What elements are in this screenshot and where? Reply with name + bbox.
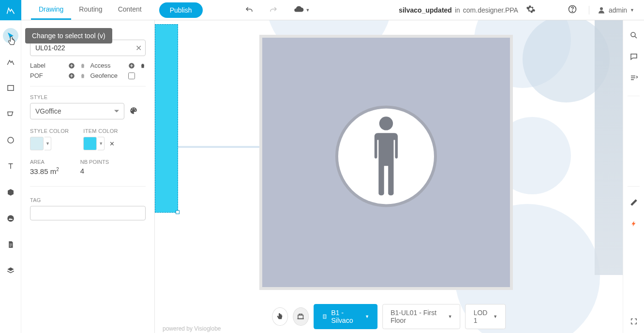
area-value: 33.85 m2 <box>30 167 59 175</box>
svg-rect-15 <box>323 315 326 319</box>
snap-tool-icon[interactable] <box>293 307 309 326</box>
svg-point-9 <box>131 110 132 111</box>
delete-label-icon[interactable] <box>80 62 86 69</box>
select-tool-icon[interactable] <box>3 28 18 43</box>
svg-rect-14 <box>298 315 303 319</box>
circle-tool-icon[interactable] <box>3 132 18 148</box>
item-color-swatch[interactable] <box>83 137 97 150</box>
room-shape[interactable] <box>259 35 513 290</box>
svg-point-10 <box>133 108 134 109</box>
project-label: silvaco_updated in com.designer.PPA <box>399 6 518 14</box>
svg-rect-3 <box>8 86 14 91</box>
image-tool-icon[interactable] <box>3 211 18 226</box>
history-tools: ▼ <box>244 6 310 14</box>
right-rail <box>623 20 644 333</box>
style-select[interactable]: VGoffice <box>30 103 124 119</box>
publish-button[interactable]: Publish <box>159 2 203 18</box>
svg-point-1 <box>572 11 572 12</box>
line-tool-icon[interactable] <box>3 54 18 70</box>
nbpoints-value: 4 <box>80 167 109 175</box>
tool-tooltip: Change to select tool (v) <box>25 28 112 43</box>
palette-icon[interactable] <box>129 106 138 116</box>
project-namespace: com.designer.PPA <box>463 6 518 14</box>
svg-point-4 <box>8 137 14 143</box>
cube-tool-icon[interactable] <box>3 185 18 200</box>
bolt-icon[interactable] <box>630 219 637 230</box>
bottom-controls: B1 - Silvaco ▼ B1-UL01 - First Floor ▼ L… <box>272 304 506 329</box>
add-access-icon[interactable] <box>128 62 135 69</box>
area-label: AREA <box>30 159 59 165</box>
add-label-icon[interactable] <box>68 62 75 69</box>
gear-icon[interactable] <box>526 4 536 15</box>
delete-pof-icon[interactable] <box>80 72 86 79</box>
clear-id-icon[interactable]: ✕ <box>135 43 142 53</box>
svg-point-11 <box>134 108 135 109</box>
svg-point-2 <box>600 7 603 10</box>
floor-selector[interactable]: B1-UL01 - First Floor ▼ <box>382 304 461 329</box>
powered-by: powered by Visioglobe <box>163 325 221 332</box>
style-color-dropdown[interactable]: ▼ <box>45 137 51 150</box>
help-icon[interactable] <box>568 4 577 15</box>
clear-item-color-icon[interactable]: ✕ <box>109 140 115 147</box>
style-color-label: STYLE COLOR <box>30 128 69 134</box>
search-icon[interactable] <box>629 31 638 42</box>
minimap <box>595 20 623 275</box>
meta-options: Label Access POF Geofence <box>30 62 146 87</box>
pof-label: POF <box>30 72 63 79</box>
top-bar: Drawing Routing Content Publish ▼ silvac… <box>0 0 644 20</box>
polygon-tool-icon[interactable] <box>3 106 18 122</box>
add-pof-icon[interactable] <box>68 72 75 79</box>
document-tool-icon[interactable] <box>3 237 18 252</box>
pan-tool-icon[interactable] <box>272 307 288 326</box>
canvas[interactable]: B1 - Silvaco ▼ B1-UL01 - First Floor ▼ L… <box>155 20 623 333</box>
left-toolbar <box>0 20 21 333</box>
tag-input[interactable] <box>30 206 146 220</box>
svg-point-5 <box>7 215 14 222</box>
tab-content[interactable]: Content <box>110 0 150 20</box>
redo-icon[interactable] <box>268 6 279 14</box>
tag-label: TAG <box>30 197 146 203</box>
undo-icon[interactable] <box>244 6 255 14</box>
nbpoints-label: NB POINTS <box>80 159 109 165</box>
comment-icon[interactable] <box>629 52 638 63</box>
style-color-swatch[interactable] <box>30 137 44 150</box>
svg-point-16 <box>631 32 635 37</box>
list-icon[interactable] <box>629 73 638 84</box>
tab-routing[interactable]: Routing <box>71 0 110 20</box>
layers-tool-icon[interactable] <box>3 263 18 278</box>
fullscreen-icon[interactable] <box>630 318 638 327</box>
label-label: Label <box>30 62 63 69</box>
resize-handle[interactable] <box>176 210 180 214</box>
lod-selector[interactable]: LOD 1 ▼ <box>465 304 506 329</box>
delete-access-icon[interactable] <box>140 62 146 69</box>
tab-drawing[interactable]: Drawing <box>31 0 71 20</box>
building-selector[interactable]: B1 - Silvaco ▼ <box>314 304 377 329</box>
geofence-label: Geofence <box>90 72 124 79</box>
svg-point-12 <box>135 110 136 111</box>
text-tool-icon[interactable] <box>3 159 18 174</box>
geofence-checkbox[interactable] <box>128 72 135 79</box>
item-color-dropdown[interactable]: ▼ <box>98 137 105 150</box>
person-icon <box>364 115 408 197</box>
access-label: Access <box>90 62 124 69</box>
mode-tabs: Drawing Routing Content <box>31 0 150 20</box>
pictogram-ring <box>335 105 437 207</box>
item-color-label: ITEM COLOR <box>83 128 118 134</box>
rectangle-tool-icon[interactable] <box>3 80 18 96</box>
cloud-menu-icon[interactable]: ▼ <box>292 6 310 14</box>
topbar-right: silvaco_updated in com.designer.PPA admi… <box>399 4 644 15</box>
style-label: STYLE <box>30 94 146 100</box>
project-name: silvaco_updated <box>399 6 452 14</box>
tools-icon[interactable] <box>629 198 638 209</box>
app-logo[interactable] <box>0 0 21 20</box>
svg-point-13 <box>379 116 393 130</box>
properties-panel: ID ✕ Label Access POF Geofence STYLE VGo… <box>21 20 155 333</box>
selected-shape[interactable] <box>155 24 178 213</box>
user-menu[interactable]: admin ▼ <box>589 6 634 14</box>
